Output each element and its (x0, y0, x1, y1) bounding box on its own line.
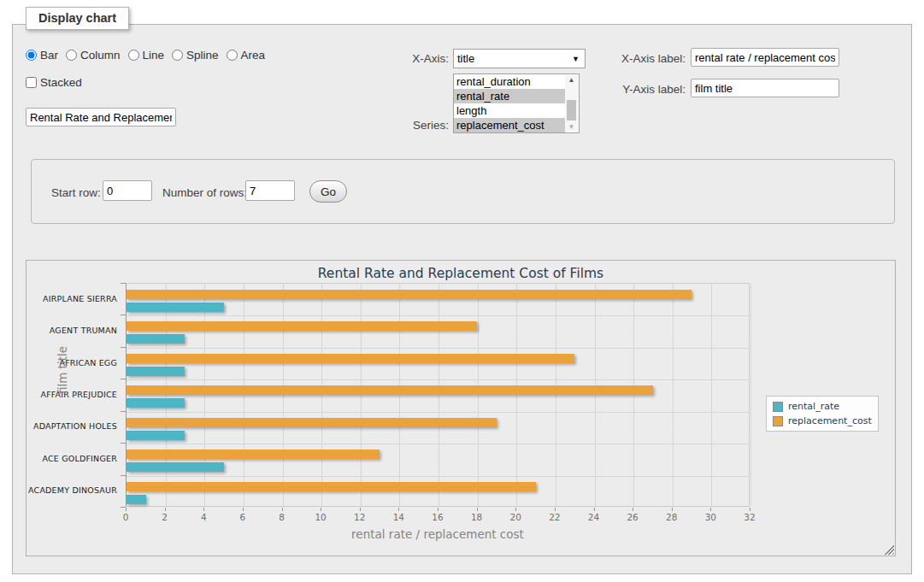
radio-column-input[interactable] (66, 50, 77, 61)
radio-spline[interactable]: Spline (172, 49, 219, 62)
scrollbar-down-arrow-icon[interactable]: ▼ (565, 123, 578, 131)
fieldset-legend: Display chart (26, 7, 129, 30)
number-of-rows-input[interactable] (245, 180, 295, 201)
x-tick-label-0: 0 (123, 512, 129, 522)
x-tick-label-16: 16 (432, 512, 443, 522)
legend-swatch-rental_rate (773, 402, 783, 412)
x-tick-10 (321, 508, 321, 511)
bar-rental_rate-0 (127, 303, 224, 312)
x-tick-label-32: 32 (744, 512, 755, 522)
y-tick-5 (121, 443, 126, 444)
x-tick-label-24: 24 (588, 512, 599, 522)
gridline-band-4 (127, 412, 749, 413)
bar-replacement_cost-6 (127, 482, 536, 491)
series-listbox[interactable]: rental_durationrental_ratelengthreplacem… (453, 73, 580, 133)
scrollbar-up-arrow-icon[interactable]: ▲ (565, 76, 578, 84)
x-axis-selected-value: title (457, 52, 474, 65)
x-tick-4 (203, 508, 204, 511)
display-chart-page: Display chart Bar Column Line Spline Are… (0, 0, 924, 582)
x-tick-14 (398, 508, 399, 511)
x-tick-label-22: 22 (549, 512, 560, 522)
chart-y-axis-title: film title (56, 346, 69, 394)
radio-bar[interactable]: Bar (26, 49, 58, 62)
x-tick-label-4: 4 (201, 512, 207, 522)
x-tick-0 (126, 508, 127, 511)
y-tick-3 (121, 379, 126, 379)
x-axis-label-input[interactable] (691, 48, 839, 67)
bar-replacement_cost-3 (127, 385, 653, 395)
category-label-0: AIRPLANE SIERRA (26, 294, 117, 303)
x-axis-select-label: X-Axis: (372, 52, 449, 65)
gridline-band-1 (127, 315, 749, 316)
gridline-band-5 (127, 444, 749, 444)
x-axis-select[interactable]: title ▼ (453, 49, 586, 68)
y-tick-1 (121, 315, 126, 315)
x-tick-label-30: 30 (705, 512, 716, 522)
resize-handle-icon[interactable] (884, 544, 894, 555)
x-tick-24 (594, 508, 595, 511)
radio-bar-input[interactable] (26, 50, 37, 61)
x-tick-label-14: 14 (393, 512, 404, 522)
bar-replacement_cost-4 (127, 418, 497, 427)
bar-rental_rate-1 (127, 334, 185, 344)
bar-rental_rate-6 (127, 495, 146, 504)
x-tick-20 (515, 508, 516, 511)
radio-line[interactable]: Line (128, 49, 165, 62)
radio-area[interactable]: Area (227, 49, 266, 62)
category-label-3: AFFAIR PREJUDICE (26, 390, 117, 399)
start-row-input[interactable] (103, 180, 152, 201)
scrollbar-thumb[interactable] (567, 100, 576, 121)
bar-replacement_cost-5 (127, 450, 380, 459)
stacked-row: Stacked (26, 76, 82, 89)
select-dropdown-arrow-icon: ▼ (572, 55, 580, 63)
gridline-band-3 (127, 379, 749, 380)
y-axis-label-input[interactable] (691, 79, 839, 97)
radio-column[interactable]: Column (66, 49, 121, 62)
category-label-2: AFRICAN EGG (26, 358, 117, 367)
series-listbox-label: Series: (372, 119, 449, 132)
rows-panel (31, 159, 895, 224)
legend-label-replacement_cost: replacement_cost (788, 415, 872, 426)
category-label-6: ACADEMY DINOSAUR (26, 485, 117, 495)
legend-entry-replacement_cost: replacement_cost (773, 415, 872, 426)
y-tick-2 (121, 347, 126, 348)
start-row-label: Start row: (51, 186, 101, 199)
y-axis-label-caption: Y-Axis label: (609, 83, 686, 96)
chart-container: Rental Rate and Replacement Cost of Film… (26, 260, 896, 556)
x-tick-label-8: 8 (279, 512, 285, 522)
listbox-option-length[interactable]: length (454, 103, 565, 118)
legend-swatch-replacement_cost (773, 416, 783, 426)
bar-rental_rate-2 (127, 367, 185, 376)
chart-type-radio-group: Bar Column Line Spline Area (26, 49, 265, 62)
y-tick-6 (121, 475, 126, 476)
x-tick-label-6: 6 (240, 512, 246, 522)
number-of-rows-label: Number of rows: (162, 186, 247, 199)
listbox-option-replacement_cost[interactable]: replacement_cost (454, 118, 565, 132)
go-button[interactable]: Go (309, 180, 347, 203)
x-tick-label-20: 20 (510, 512, 521, 522)
chart-x-axis-title: rental rate / replacement cost (126, 527, 750, 541)
bar-rental_rate-4 (127, 431, 185, 440)
gridline-x-30 (711, 284, 712, 506)
x-tick-label-2: 2 (162, 512, 168, 522)
category-label-5: ACE GOLDFINGER (26, 454, 117, 463)
stacked-checkbox-label[interactable]: Stacked (26, 76, 82, 89)
radio-spline-label: Spline (186, 49, 219, 62)
radio-spline-input[interactable] (172, 50, 183, 61)
x-tick-label-18: 18 (471, 512, 482, 522)
stacked-checkbox[interactable] (26, 77, 37, 88)
radio-line-label: Line (143, 49, 165, 62)
radio-area-input[interactable] (227, 50, 238, 61)
legend-entry-rental_rate: rental_rate (773, 401, 872, 412)
listbox-scrollbar[interactable]: ▲ ▼ (565, 75, 578, 132)
x-tick-label-26: 26 (627, 512, 638, 522)
listbox-option-rental_duration[interactable]: rental_duration (454, 74, 565, 89)
chart-title-input[interactable] (26, 108, 176, 126)
gridline-band-2 (127, 348, 749, 349)
x-axis-label-caption: X-Axis label: (609, 52, 686, 65)
radio-line-input[interactable] (128, 50, 139, 61)
legend-label-rental_rate: rental_rate (788, 401, 839, 412)
listbox-option-rental_rate[interactable]: rental_rate (454, 89, 565, 103)
radio-column-label: Column (80, 49, 121, 62)
bar-rental_rate-3 (127, 398, 185, 408)
